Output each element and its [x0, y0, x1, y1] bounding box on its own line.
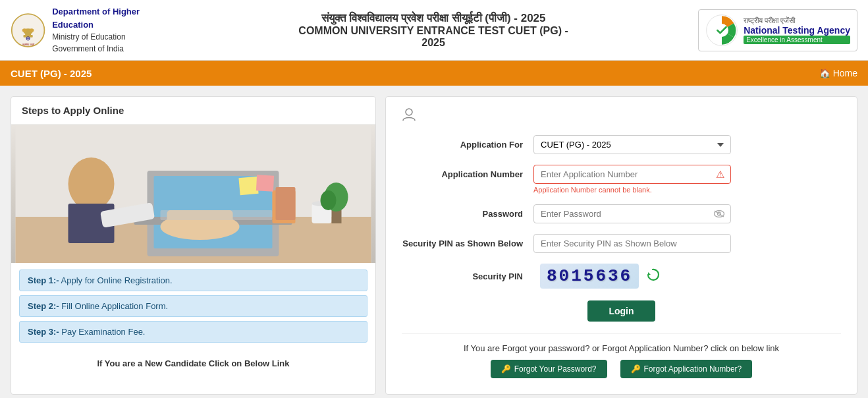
svg-rect-24 — [238, 177, 258, 195]
application-for-wrapper: CUET (PG) - 2025 — [533, 135, 731, 154]
svg-marker-36 — [648, 272, 651, 275]
svg-text:सत्यमेव जयते: सत्यमेव जयते — [22, 43, 35, 46]
captcha-display: 8015636 — [540, 264, 639, 289]
navbar: CUET (PG) - 2025 🏠 Home — [0, 61, 868, 86]
application-number-label: Application Number — [402, 165, 533, 179]
steps-title: Steps to Apply Online — [11, 97, 375, 125]
password-wrapper — [533, 204, 731, 223]
refresh-captcha-icon[interactable] — [645, 268, 660, 285]
security-pin-input-label: Security PIN as Shown Below — [402, 234, 533, 248]
right-panel: Application For CUET (PG) - 2025 Applica… — [385, 96, 857, 395]
svg-point-7 — [22, 28, 27, 32]
govt-emblem-icon: सत्यमेव जयते — [11, 11, 45, 50]
nta-logo-icon — [705, 14, 738, 47]
svg-point-29 — [68, 157, 115, 210]
forgot-text: If You are Forgot your password? or Forg… — [402, 343, 841, 353]
dept-name: Department of Higher Education — [52, 5, 169, 31]
forgot-password-label: Forgot Your Password? — [514, 364, 597, 374]
security-pin-input-wrapper — [533, 234, 731, 253]
login-button[interactable]: Login — [587, 300, 655, 322]
application-for-label: Application For — [402, 135, 533, 150]
step2-label: Step 2:- — [28, 301, 59, 311]
step-1-item: Step 1:- Apply for Online Registration. — [19, 270, 367, 291]
svg-rect-21 — [276, 187, 296, 220]
person-icon — [402, 107, 841, 126]
password-label: Password — [402, 204, 533, 219]
site-header: सत्यमेव जयते Department of Higher Educat… — [0, 0, 868, 61]
application-number-input-wrapper: ⚠ — [533, 165, 731, 184]
application-number-error: Application Number cannot be blank. — [533, 186, 731, 194]
home-icon: 🏠 — [819, 68, 830, 78]
header-left: सत्यमेव जयते Department of Higher Educat… — [11, 5, 169, 55]
forgot-password-button[interactable]: 🔑 Forgot Your Password? — [491, 360, 607, 378]
header-title: संयुक्त विश्वविद्यालय प्रवेश परीक्षा सीय… — [169, 12, 698, 49]
nta-text: राष्ट्रीय परीक्षा एजेंसी National Testin… — [744, 16, 850, 44]
step1-text: Apply for Online Registration. — [61, 275, 173, 285]
step2-text: Fill Online Application Form. — [61, 301, 168, 311]
home-label: Home — [833, 68, 857, 78]
forgot-appno-button[interactable]: 🔑 Forgot Application Number? — [620, 360, 753, 378]
password-input[interactable] — [533, 204, 731, 223]
steps-list: Step 1:- Apply for Online Registration. … — [11, 263, 375, 353]
application-number-row: Application Number ⚠ Application Number … — [402, 165, 841, 194]
application-for-row: Application For CUET (PG) - 2025 — [402, 135, 841, 154]
nta-branding: राष्ट्रीय परीक्षा एजेंसी National Testin… — [698, 9, 857, 51]
laptop-scene-svg — [11, 125, 375, 263]
step-2-item: Step 2:- Fill Online Application Form. — [19, 295, 367, 317]
step-3-item: Step 3:- Pay Examination Fee. — [19, 321, 367, 343]
eye-icon[interactable] — [714, 209, 724, 219]
hindi-title: संयुक्त विश्वविद्यालय प्रवेश परीक्षा सीय… — [169, 12, 698, 25]
nta-prefix: राष्ट्रीय परीक्षा एजेंसी — [744, 16, 850, 25]
security-pin-input[interactable] — [533, 234, 731, 253]
left-panel: Steps to Apply Online — [11, 96, 376, 395]
forgot-section: If You are Forgot your password? or Forg… — [402, 333, 841, 378]
govt-name: Government of India — [52, 43, 169, 55]
eng-title1: COMMON UNIVERSITY ENTRANCE TEST CUET (PG… — [169, 25, 698, 37]
step3-text: Pay Examination Fee. — [61, 327, 145, 337]
key-icon: 🔑 — [501, 364, 511, 374]
security-pin-input-row: Security PIN as Shown Below — [402, 234, 841, 253]
svg-point-8 — [29, 28, 34, 32]
nta-tagline: Excellence in Assessment — [744, 36, 850, 44]
svg-point-32 — [406, 109, 412, 115]
main-content: Steps to Apply Online — [0, 86, 868, 398]
svg-rect-25 — [256, 175, 274, 191]
password-input-wrapper — [533, 204, 731, 223]
key2-icon: 🔑 — [631, 364, 641, 374]
nta-name: National Testing Agency — [744, 25, 850, 36]
forgot-buttons: 🔑 Forgot Your Password? 🔑 Forgot Applica… — [402, 360, 841, 378]
eng-title2: 2025 — [169, 37, 698, 49]
password-row: Password — [402, 204, 841, 223]
new-candidate-text: If You are a New Candidate Click on Belo… — [11, 353, 375, 374]
application-number-input[interactable] — [533, 165, 731, 184]
svg-rect-19 — [161, 210, 273, 220]
step3-label: Step 3:- — [28, 327, 59, 337]
step1-label: Step 1:- — [28, 275, 59, 285]
application-for-select[interactable]: CUET (PG) - 2025 — [533, 135, 731, 154]
error-icon: ⚠ — [716, 169, 724, 181]
svg-point-28 — [321, 190, 337, 210]
home-link[interactable]: 🏠 Home — [819, 68, 857, 78]
login-btn-row: Login — [402, 300, 841, 322]
security-pin-captcha-label: Security PIN — [402, 271, 533, 281]
navbar-brand: CUET (PG) - 2025 — [11, 68, 92, 79]
application-number-wrapper: ⚠ Application Number cannot be blank. — [533, 165, 731, 194]
laptop-image — [11, 125, 375, 263]
dept-info: Department of Higher Education Ministry … — [52, 5, 169, 55]
security-pin-captcha-row: Security PIN 8015636 — [402, 264, 841, 289]
ministry-name: Ministry of Education — [52, 31, 169, 43]
forgot-appno-label: Forgot Application Number? — [644, 364, 742, 374]
